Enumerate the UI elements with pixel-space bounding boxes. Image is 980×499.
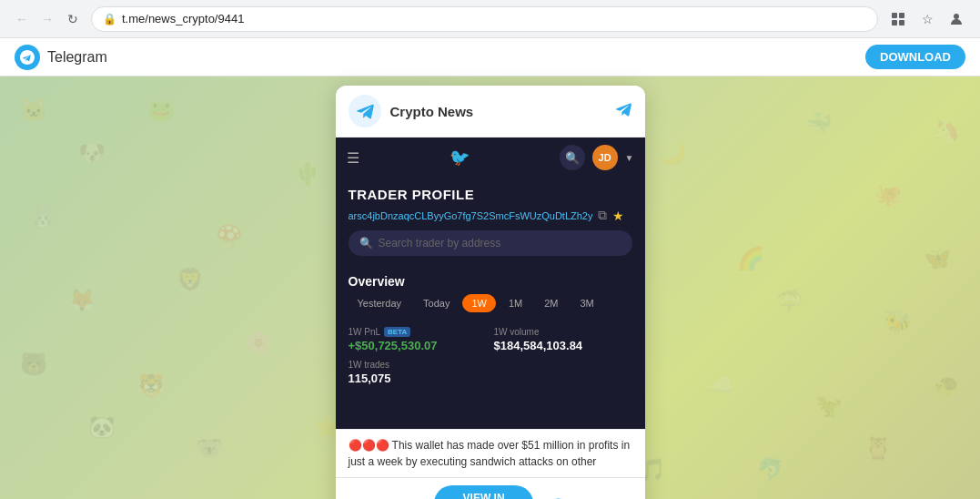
tab-1m[interactable]: 1M [500, 294, 531, 312]
search-trader-bar[interactable]: 🔍 Search trader by address [349, 230, 632, 256]
copy-address-icon[interactable]: ⧉ [598, 208, 607, 223]
bird-logo-icon: 🐦 [450, 148, 470, 168]
tab-3m[interactable]: 3M [571, 294, 602, 312]
trades-stat: 1W trades 115,075 [349, 360, 487, 385]
svg-rect-0 [892, 13, 897, 18]
forward-button[interactable]: → [36, 8, 58, 30]
trades-value: 115,075 [349, 372, 487, 385]
message-text: 🔴🔴🔴 This wallet has made over $51 millio… [349, 439, 631, 468]
overview-title: Overview [349, 274, 632, 289]
hamburger-menu[interactable]: ☰ [347, 149, 359, 167]
telegram-bar: Telegram DOWNLOAD [0, 38, 980, 76]
overview-section: Overview Yesterday Today 1W 1M 2M 3M [336, 269, 645, 327]
tab-today[interactable]: Today [414, 294, 459, 312]
address-bar[interactable]: 🔒 t.me/news_crypto/9441 [91, 6, 878, 32]
svg-rect-2 [892, 20, 897, 25]
inner-app: ☰ 🐦 🔍 JD ▼ TRADER PROFILE arsc4jbDnzaqcC… [336, 137, 645, 429]
telegram-logo-area: Telegram [15, 45, 107, 70]
trades-label: 1W trades [349, 360, 487, 370]
pnl-label: 1W PnL BETA [349, 327, 487, 337]
inner-topbar: ☰ 🐦 🔍 JD ▼ [336, 137, 645, 178]
trader-address-row: arsc4jbDnzaqcCLByyGo7fg7S2SmcFsWUzQuDtLZ… [349, 208, 632, 223]
forward-icon: → [41, 12, 54, 26]
url-text: t.me/news_crypto/9441 [122, 12, 866, 25]
svg-point-4 [954, 14, 959, 19]
trader-address-text[interactable]: arsc4jbDnzaqcCLByyGo7fg7S2SmcFsWUzQuDtLZ… [349, 210, 593, 221]
nav-buttons: ← → ↻ [11, 8, 84, 30]
stats-grid: 1W PnL BETA +$50,725,530.07 1W volume $1… [336, 327, 645, 394]
browser-actions: ☆ [885, 6, 969, 32]
search-bar-placeholder: Search trader by address [379, 237, 501, 250]
embed-button[interactable]: </> EMBED [349, 493, 428, 499]
channel-avatar [349, 95, 381, 127]
time-tabs: Yesterday Today 1W 1M 2M 3M [349, 294, 632, 312]
pnl-stat: 1W PnL BETA +$50,725,530.07 [349, 327, 487, 352]
lock-icon: 🔒 [103, 13, 116, 25]
extensions-button[interactable] [885, 6, 911, 32]
browser-chrome: ← → ↻ 🔒 t.me/news_crypto/9441 ☆ [0, 0, 980, 38]
bottom-bar: </> EMBED VIEW IN CHANNEL 🌐 CONTEXT [336, 477, 645, 499]
pnl-value: +$50,725,530.07 [349, 339, 487, 352]
trader-profile-title: TRADER PROFILE [349, 187, 632, 202]
page-background: 🐱 🐶 🐰 🦊 🐻 🐼 🐸 🦁 🐯 🐨 🦄 🐙 🦋 🐝 🐢 🦉 🐳 🦈 🦖 🐬 … [0, 76, 980, 499]
refresh-icon: ↻ [67, 12, 78, 26]
card-header: Crypto News [336, 86, 645, 137]
telegram-icon [15, 45, 40, 70]
volume-value: $184,584,103.84 [494, 339, 632, 352]
context-button[interactable]: 🌐 CONTEXT [541, 493, 631, 499]
back-button[interactable]: ← [11, 8, 33, 30]
inner-logo: 🐦 [367, 148, 552, 168]
telegram-send-icon [614, 100, 632, 123]
user-avatar-button[interactable]: JD [592, 145, 618, 170]
beta-badge: BETA [384, 327, 410, 337]
back-icon: ← [15, 12, 28, 26]
dropdown-arrow-icon[interactable]: ▼ [625, 153, 634, 163]
telegram-app-title: Telegram [47, 49, 107, 66]
download-button[interactable]: DOWNLOAD [865, 45, 965, 69]
svg-rect-3 [899, 20, 904, 25]
volume-stat: 1W volume $184,584,103.84 [494, 327, 632, 352]
view-in-channel-button[interactable]: VIEW IN CHANNEL [434, 485, 533, 499]
tab-yesterday[interactable]: Yesterday [349, 294, 411, 312]
refresh-button[interactable]: ↻ [62, 8, 84, 30]
trader-section: TRADER PROFILE arsc4jbDnzaqcCLByyGo7fg7S… [336, 178, 645, 269]
volume-label: 1W volume [494, 327, 632, 337]
tab-1w[interactable]: 1W [462, 294, 496, 312]
telegram-message-card: Crypto News ☰ 🐦 🔍 JD ▼ TRADER PROFI [336, 86, 645, 499]
tab-2m[interactable]: 2M [535, 294, 567, 312]
search-bar-icon: 🔍 [359, 237, 373, 250]
search-icon-button[interactable]: 🔍 [560, 145, 585, 170]
favorite-star-icon[interactable]: ★ [612, 209, 624, 223]
channel-name: Crypto News [390, 104, 605, 119]
message-preview: 🔴🔴🔴 This wallet has made over $51 millio… [336, 429, 645, 477]
bookmark-button[interactable]: ☆ [914, 6, 940, 32]
account-button[interactable] [944, 6, 969, 32]
svg-rect-1 [899, 13, 904, 18]
